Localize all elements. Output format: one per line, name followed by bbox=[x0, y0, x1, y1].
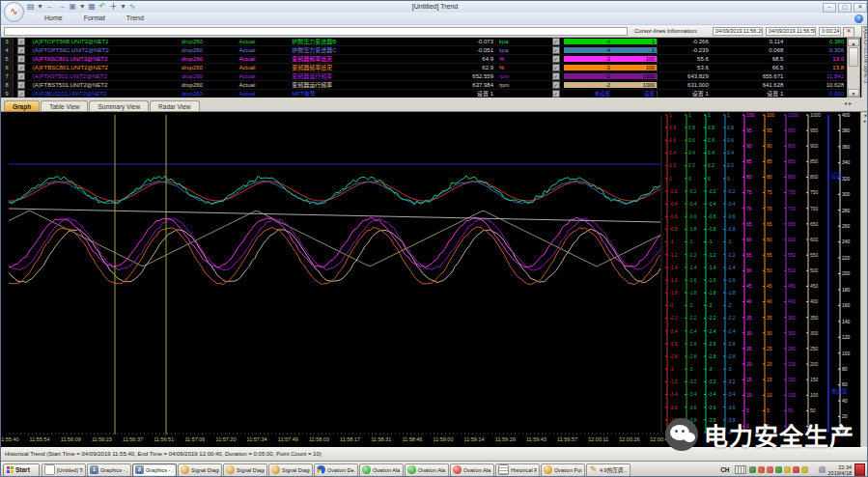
row-checkbox-cell: ✓ bbox=[14, 64, 30, 71]
table-scrollbar[interactable]: ▲ ▼ bbox=[847, 38, 860, 98]
axis-tick-label: -1 bbox=[669, 238, 674, 244]
row-number[interactable]: 8 bbox=[1, 81, 14, 89]
signal-description: 变频器运行频率 bbox=[292, 73, 450, 80]
checkbox-icon[interactable]: ✓ bbox=[17, 38, 25, 45]
checkbox-icon[interactable]: ✓ bbox=[552, 55, 560, 63]
checkbox-icon[interactable]: ✓ bbox=[17, 90, 25, 98]
axis-tick-label: -2.2 bbox=[669, 315, 678, 321]
axis-tick-label: 900 bbox=[788, 143, 797, 149]
tray-icon[interactable] bbox=[749, 466, 756, 473]
start-button[interactable]: Start bbox=[3, 463, 40, 477]
taskbar-task[interactable]: Ovation Ala... bbox=[359, 463, 404, 477]
axis-tick-label: -2.4 bbox=[708, 328, 716, 334]
cursor2-value: 0.068 bbox=[712, 47, 787, 54]
cursor1-time-field[interactable]: 04/09/2019 11:56:26 bbox=[713, 27, 763, 36]
ribbon-tab-format[interactable]: Format bbox=[73, 13, 116, 24]
checkbox-icon[interactable]: ✓ bbox=[17, 55, 25, 63]
signal-side-tab[interactable]: (A)GEVJT001.UNIT2@NET2 bbox=[861, 26, 868, 99]
scroll-up-icon[interactable]: ▲ bbox=[848, 39, 859, 46]
checkbox-icon[interactable]: ✓ bbox=[17, 46, 25, 54]
tray-icon[interactable] bbox=[801, 466, 808, 473]
axis-tick-label: -1 bbox=[727, 238, 732, 244]
tab-table-view[interactable]: Table View bbox=[41, 100, 88, 111]
table-row[interactable]: 6✓(A)FTBSC801.UNIT2@NET2drop260Actual变频器… bbox=[1, 64, 847, 72]
ribbon-tab-home[interactable]: Home bbox=[34, 13, 73, 24]
row-number[interactable]: 3 bbox=[1, 38, 14, 45]
taskbar-task[interactable]: 2Graphics - ... bbox=[132, 463, 177, 477]
app-logo-icon[interactable]: ∿ bbox=[4, 2, 24, 22]
table-row[interactable]: 8✓(A)FTBST501.UNIT2@NET2drop260Actual变频器… bbox=[1, 81, 847, 90]
axis-tick-label: -1 bbox=[688, 238, 693, 244]
checkbox-icon[interactable]: ✓ bbox=[17, 81, 25, 89]
axis-tick-label: -2.4 bbox=[688, 328, 697, 334]
ribbon-tab-trend[interactable]: Trend bbox=[116, 13, 154, 24]
axis-tick-label: 320 bbox=[842, 176, 851, 182]
task-label: Ovation Ala... bbox=[373, 467, 401, 473]
table-row[interactable]: 7✓(A)FTAST501.UNIT2@NET2drop260Actual变频器… bbox=[1, 72, 847, 81]
row-number[interactable]: 6 bbox=[1, 64, 14, 71]
row-number[interactable]: 4 bbox=[1, 46, 14, 54]
keyboard-icon[interactable] bbox=[735, 465, 746, 474]
value-axis-8: 1000950900850800750700650600550500450400… bbox=[806, 112, 821, 433]
tray-icon[interactable] bbox=[793, 466, 799, 473]
scroll-down-icon[interactable]: ▼ bbox=[848, 89, 859, 97]
tray-icon[interactable] bbox=[810, 466, 817, 473]
checkbox-icon[interactable]: ✓ bbox=[552, 90, 560, 98]
table-row[interactable]: 3✓(A)FTOPT56B.UNIT2@NET2drop260Actual炉膛压… bbox=[1, 38, 847, 46]
axis-tick-label: 800 bbox=[810, 174, 819, 180]
checkbox-icon[interactable]: ✓ bbox=[552, 38, 560, 45]
taskbar-task[interactable]: Signal Diagr... bbox=[268, 463, 313, 477]
close-button[interactable]: ✕ bbox=[854, 3, 867, 13]
checkbox-icon[interactable]: ✓ bbox=[17, 72, 25, 80]
scale-max: 1000 bbox=[624, 82, 657, 89]
table-row[interactable]: 4✓(A)FTOPT56C.UNIT2@NET2drop260Actual炉膛压… bbox=[1, 46, 847, 55]
axis-tick-label: -1.8 bbox=[669, 290, 678, 295]
table-row[interactable]: 5✓(A)FTASC801.UNIT2@NET2drop260Actual变频器… bbox=[1, 55, 847, 64]
time-tick-label: 11:59:57 bbox=[557, 436, 577, 442]
tray-icon[interactable] bbox=[819, 466, 826, 473]
tray-icon[interactable] bbox=[758, 466, 765, 473]
tray-icon[interactable] bbox=[775, 466, 782, 473]
row-number[interactable]: 7 bbox=[1, 72, 14, 80]
column-scroll-arrows[interactable]: ◂▸ bbox=[844, 99, 854, 106]
taskbar-task[interactable]: ✎4.9热压调... bbox=[586, 463, 630, 477]
scrollbar-thumb[interactable] bbox=[849, 47, 858, 67]
taskbar-task[interactable]: Ovation Poi... bbox=[541, 463, 585, 477]
row-number[interactable]: 9 bbox=[1, 90, 14, 98]
checkbox-icon[interactable]: ✓ bbox=[17, 64, 25, 71]
cursor-close-button[interactable]: ✕ bbox=[843, 27, 854, 38]
checkbox-icon[interactable]: ✓ bbox=[552, 81, 560, 89]
cursor2-time-field[interactable]: 04/09/2019 11:56:50 bbox=[766, 27, 816, 36]
checkbox-icon[interactable]: ✓ bbox=[552, 64, 560, 71]
signal-mode: Actual bbox=[239, 91, 293, 98]
tab-summary-view[interactable]: Summary View bbox=[89, 100, 149, 111]
trend-name-field[interactable] bbox=[4, 27, 628, 36]
tab-graph[interactable]: Graph bbox=[4, 100, 40, 111]
tray-icon[interactable] bbox=[767, 466, 773, 473]
tab-radar-view[interactable]: Radar View bbox=[150, 100, 199, 111]
maximize-button[interactable]: ▢ bbox=[838, 3, 852, 13]
row-number[interactable]: 5 bbox=[1, 55, 14, 63]
taskbar-task[interactable]: [Untitled] Tr... bbox=[42, 463, 86, 477]
taskbar-task[interactable]: Ovation Ala... bbox=[405, 463, 449, 477]
taskbar-task[interactable]: Ovation De... bbox=[314, 463, 358, 477]
checkbox-icon[interactable]: ✓ bbox=[552, 72, 560, 80]
checkbox-icon[interactable]: ✓ bbox=[552, 46, 560, 54]
taskbar: Start [Untitled] Tr...1Graphics - ...2Gr… bbox=[1, 461, 868, 477]
graph-right-scroll-strip[interactable]: ◂▸ bbox=[860, 112, 868, 447]
taskbar-task[interactable]: 1Graphics - ... bbox=[87, 463, 131, 477]
tray-alert-icon[interactable] bbox=[854, 463, 865, 477]
cursor-delta-field[interactable]: 0:00:24 bbox=[819, 27, 841, 36]
help-icon[interactable]: ? bbox=[854, 14, 863, 23]
scale-range-bar: -41 bbox=[564, 47, 657, 54]
minimize-button[interactable]: – bbox=[823, 3, 836, 13]
taskbar-task[interactable]: Historical R... bbox=[495, 463, 540, 477]
language-indicator[interactable]: CH bbox=[718, 465, 731, 474]
taskbar-task[interactable]: Signal Diagr... bbox=[178, 463, 222, 477]
axis-tick-label: 300 bbox=[788, 330, 797, 336]
tray-icon[interactable] bbox=[784, 466, 791, 473]
axis-tick-label: 150 bbox=[788, 377, 797, 382]
cursor-delta-value: 11.842 bbox=[786, 73, 847, 80]
taskbar-task[interactable]: Ovation Ala... bbox=[450, 463, 494, 477]
taskbar-task[interactable]: Signal Diagr... bbox=[223, 463, 267, 477]
